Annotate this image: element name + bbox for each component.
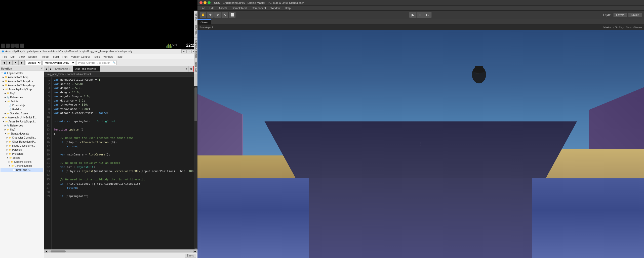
- tab-close-button[interactable]: ×: [69, 68, 70, 70]
- code-content[interactable]: var normalCollisionCount = 1; var spring…: [52, 77, 194, 249]
- unity-maximize-button[interactable]: [208, 1, 211, 4]
- maximize-on-play-label[interactable]: Maximize On Play: [603, 26, 624, 29]
- unity-menu-edit[interactable]: Edit: [208, 6, 216, 10]
- toolbar-stop-button[interactable]: ⏹: [13, 60, 19, 65]
- unity-menu-assets[interactable]: Assets: [217, 6, 229, 10]
- menu-tools[interactable]: Tools: [92, 55, 101, 59]
- tree-assembly-unityscript[interactable]: ▼ 📁 Assembly-UnityScript: [1, 87, 43, 91]
- unity-close-button[interactable]: [199, 1, 203, 4]
- tree-grab2-js[interactable]: ▶ 📄 Grab2.js: [1, 108, 43, 112]
- rect-tool-button[interactable]: ⬜: [229, 12, 236, 18]
- vertical-scrollbar[interactable]: [194, 77, 197, 249]
- toolbar-play-button[interactable]: ▶: [19, 60, 25, 65]
- scroll-down-arrow[interactable]: [194, 248, 197, 249]
- tree-camera-scripts[interactable]: ▶ 📁 Camera Scripts: [1, 160, 43, 164]
- runtime-selector[interactable]: MonoDevelop-Unity: [43, 60, 75, 65]
- tree-assembly-unityscript-e[interactable]: ▶ 📁 Assembly-UnityScript-E...: [1, 116, 43, 120]
- tab-nav-left[interactable]: ◀: [44, 66, 49, 72]
- tree-scripts-2[interactable]: ▼ 📁 Scripts: [1, 156, 43, 160]
- tab-menu-button[interactable]: ▼: [184, 66, 188, 72]
- tree-assembly-unityscript-f[interactable]: ▼ 📁 Assembly-UnityScript-f...: [1, 120, 43, 124]
- move-tool-button[interactable]: ✚: [207, 12, 214, 18]
- toolbar-forward-button[interactable]: ▶: [7, 60, 13, 65]
- taskbar-icon[interactable]: [11, 44, 15, 48]
- game-tab[interactable]: Game: [197, 19, 211, 24]
- unity-menu-gameobject[interactable]: GameObject: [230, 6, 249, 10]
- layers-dropdown-button[interactable]: Layers: [613, 13, 627, 17]
- menu-help[interactable]: Help: [115, 55, 124, 59]
- menu-window[interactable]: Window: [102, 55, 115, 59]
- tree-standard-assets-2[interactable]: ▼ 📁 Standard Assets: [1, 132, 43, 136]
- unity-menu-file[interactable]: File: [198, 6, 207, 10]
- tree-glass[interactable]: ▶ 📁 Glass Refraction (P...: [1, 140, 43, 144]
- menu-file[interactable]: File: [1, 55, 9, 59]
- tree-label: Drag_and_t...: [16, 168, 31, 172]
- unit-tests-tab[interactable]: Unit Tests: [194, 66, 197, 74]
- layout-button[interactable]: Layout: [628, 13, 642, 17]
- tree-scripts-1[interactable]: ▼ 📁 Scripts: [1, 100, 43, 104]
- tree-label: Glass Refraction (P...: [12, 140, 36, 144]
- tab-drag-throw-js[interactable]: Drag_and_throw.js ×: [73, 66, 101, 72]
- tree-assembly-csharp-first[interactable]: ▶ 📁 Assembly-CSharp-firstp...: [1, 83, 43, 87]
- scroll-thumb[interactable]: [194, 87, 197, 121]
- menu-build[interactable]: Build: [51, 55, 60, 59]
- split-button[interactable]: ⊞: [188, 66, 193, 72]
- stats-label[interactable]: Stats: [626, 26, 631, 29]
- tree-crosshair-js[interactable]: ▶ 📄 Crosshair.js: [1, 104, 43, 108]
- taskbar-icon[interactable]: [6, 44, 10, 48]
- menu-version-control[interactable]: Version Control: [69, 55, 91, 59]
- taskbar-icon[interactable]: [20, 44, 24, 48]
- tree-projectors[interactable]: ▶ 📁 Projectors: [1, 152, 43, 156]
- tree-engine-master[interactable]: ▼ 🔷 Engine Master: [1, 71, 43, 75]
- toolbar-back-button[interactable]: ◀: [1, 60, 7, 65]
- tree-references-1[interactable]: ▶ 📎 References: [1, 95, 43, 100]
- step-button[interactable]: ⏭: [424, 12, 432, 18]
- gizmos-label[interactable]: Gizmos: [633, 26, 642, 29]
- tree-drag-and-throw[interactable]: ▶ 📄 Drag_and_t...: [1, 168, 43, 172]
- tree-arrow: ▼: [3, 120, 5, 123]
- hand-tool-button[interactable]: ✋: [199, 12, 207, 18]
- tree-general-scripts[interactable]: ▼ 📁 General Scripts: [1, 164, 43, 168]
- menu-view[interactable]: View: [17, 55, 26, 59]
- menu-project[interactable]: Project: [39, 55, 51, 59]
- tab-close-button[interactable]: ×: [97, 68, 98, 70]
- scale-tool-button[interactable]: ⤡: [221, 12, 228, 18]
- tree-image-effects[interactable]: ▶ 📁 Image Effects (Pro...: [1, 144, 43, 148]
- menu-search[interactable]: Search: [27, 55, 38, 59]
- scroll-left-button[interactable]: ◀: [45, 250, 48, 253]
- scroll-track[interactable]: [48, 250, 193, 252]
- scroll-thumb[interactable]: [51, 250, 66, 252]
- unity-menu-component[interactable]: Component: [250, 6, 268, 10]
- unity-menu-window[interactable]: Window: [268, 6, 282, 10]
- config-selector[interactable]: Debug: [26, 60, 42, 65]
- pause-button[interactable]: ⏸: [417, 12, 424, 18]
- tree-references-2[interactable]: ▶ 📎 References: [1, 124, 43, 128]
- taskbar-icon[interactable]: [1, 44, 5, 48]
- minimize-button[interactable]: ─: [181, 49, 186, 53]
- tree-6by7[interactable]: ▶ 📁 6by7: [1, 91, 43, 95]
- tree-assembly-csharp-edit[interactable]: ▶ 📁 Assembly-CSharp-Edit...: [1, 79, 43, 83]
- tree-assembly-csharp[interactable]: ▶ 📁 Assembly-CSharp: [1, 75, 43, 79]
- unity-menu-help[interactable]: Help: [283, 6, 293, 10]
- tab-crosshair-js[interactable]: Crosshair.js ×: [53, 66, 73, 72]
- scroll-right-button[interactable]: ▶: [193, 250, 197, 253]
- rotate-tool-button[interactable]: ↻: [214, 12, 221, 18]
- tree-particles[interactable]: ▶ 📁 Particles: [1, 148, 43, 152]
- tree-standard-assets-1[interactable]: ▶ 📁 Standard Assets: [1, 112, 43, 116]
- code-editor[interactable]: 12345 678910 1112131415 1617181920 21222…: [44, 77, 197, 249]
- free-aspect-label[interactable]: Free Aspect: [199, 26, 213, 29]
- search-input[interactable]: [76, 60, 116, 65]
- horizontal-scrollbar[interactable]: ◀ ▶: [44, 249, 197, 253]
- menu-edit[interactable]: Edit: [9, 55, 17, 59]
- play-button[interactable]: ▶: [409, 12, 417, 18]
- tree-arrow: ▶: [5, 112, 6, 115]
- menu-run[interactable]: Run: [61, 55, 69, 59]
- solution-close-button[interactable]: ×: [41, 67, 43, 70]
- errors-button[interactable]: Errors: [185, 254, 196, 257]
- unity-minimize-button[interactable]: [204, 1, 207, 4]
- tree-6by7-2[interactable]: ▶ 📁 6by7: [1, 128, 43, 132]
- tab-nav-right[interactable]: ▶: [49, 66, 53, 72]
- taskbar-icon[interactable]: [15, 44, 19, 48]
- maximize-button[interactable]: □: [186, 49, 191, 53]
- tree-character[interactable]: ▶ 📁 Character Controlle...: [1, 136, 43, 140]
